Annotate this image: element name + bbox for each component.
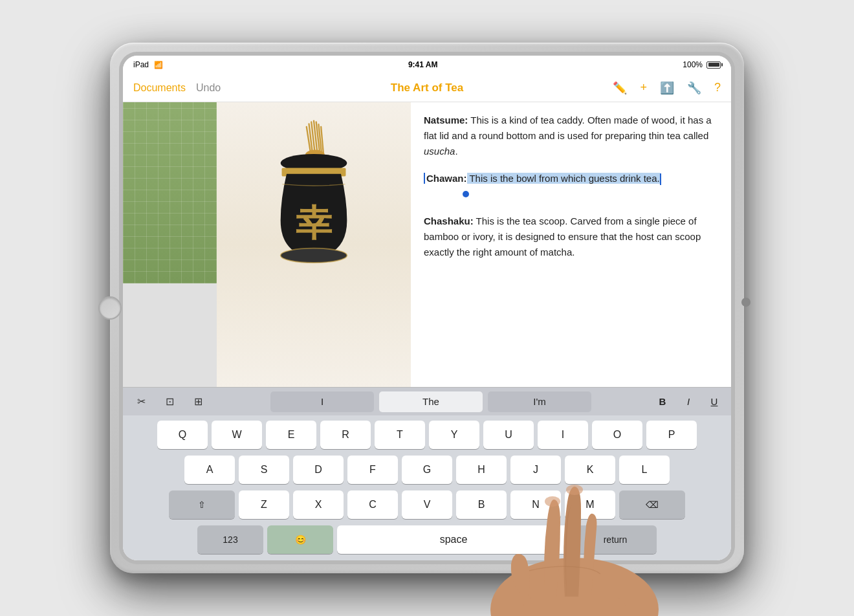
wifi-icon: 📶	[154, 61, 163, 69]
key-q[interactable]: Q	[157, 421, 208, 449]
scissors-icon[interactable]: ✂	[129, 391, 153, 412]
status-bar: iPad 📶 9:41 AM 100%	[123, 56, 731, 74]
wrench-icon[interactable]: 🔧	[687, 81, 701, 95]
status-right: 100%	[683, 60, 721, 69]
content-area: 幸 Natsume: This is a ki	[123, 102, 731, 387]
key-d[interactable]: D	[293, 456, 344, 484]
key-c[interactable]: C	[347, 490, 398, 519]
sidebar-thumbnail[interactable]	[123, 102, 217, 283]
main-document: 幸 Natsume: This is a ki	[217, 102, 731, 387]
nav-left: Documents Undo	[133, 82, 329, 94]
undo-button[interactable]: Undo	[196, 82, 221, 94]
keyboard-rows: Q W E R T Y U I O P A S	[123, 415, 731, 560]
key-shift[interactable]: ⇧	[169, 490, 235, 519]
key-s[interactable]: S	[239, 456, 289, 484]
tea-caddy-image: 幸	[236, 109, 391, 290]
key-h[interactable]: H	[456, 456, 507, 484]
bold-button[interactable]: B	[652, 391, 673, 412]
selection-end-cursor	[660, 173, 661, 185]
key-z[interactable]: Z	[239, 490, 289, 519]
add-icon[interactable]: +	[640, 81, 647, 94]
draw-icon[interactable]: ✏️	[613, 81, 627, 95]
key-space[interactable]: space	[337, 525, 570, 554]
toolbar-right: B I U	[652, 391, 725, 412]
device-label: iPad	[133, 60, 149, 69]
svg-text:幸: 幸	[296, 203, 333, 243]
nav-right: ✏️ + ⬆️ 🔧 ?	[525, 81, 721, 95]
key-m[interactable]: M	[565, 490, 615, 519]
nav-center: The Art of Tea	[329, 82, 525, 94]
chawan-selected: This is the bowl from which guests drink…	[467, 173, 660, 184]
toolbar-left: ✂ ⊡ ⊞	[129, 391, 210, 412]
chawan-term: Chawan:	[426, 173, 467, 184]
key-row-2: A S D F G H J K L	[126, 456, 728, 484]
chashaku-section: Chashaku: This is the tea scoop. Carved …	[424, 214, 718, 260]
key-row-4: 123 😊 space return	[126, 525, 728, 554]
status-left: iPad 📶	[133, 60, 163, 69]
key-g[interactable]: G	[402, 456, 452, 484]
key-i[interactable]: I	[538, 421, 588, 449]
suggestions-row: I The I'm	[210, 391, 652, 412]
key-w[interactable]: W	[212, 421, 262, 449]
natsume-section: Natsume: This is a kind of tea caddy. Of…	[424, 113, 718, 159]
key-row-3: ⇧ Z X C V B N M ⌫	[126, 490, 728, 519]
key-b[interactable]: B	[456, 490, 507, 519]
home-button[interactable]	[98, 296, 122, 320]
help-icon[interactable]: ?	[714, 81, 721, 94]
side-dot	[741, 298, 750, 307]
paste-icon[interactable]: ⊞	[186, 391, 210, 412]
key-x[interactable]: X	[293, 490, 344, 519]
key-r[interactable]: R	[320, 421, 371, 449]
thumbnail-grid	[123, 102, 217, 283]
suggestion-i[interactable]: I	[270, 391, 374, 412]
share-icon[interactable]: ⬆️	[660, 81, 674, 95]
key-u[interactable]: U	[483, 421, 534, 449]
sidebar-rest	[123, 283, 217, 387]
keyboard-area: ✂ ⊡ ⊞ I The I'm B I U	[123, 387, 731, 560]
status-time: 9:41 AM	[408, 60, 438, 69]
italic-button[interactable]: I	[678, 391, 699, 412]
selection-start-cursor	[424, 173, 425, 184]
natsume-italic: usucha	[424, 146, 455, 157]
ipad-device: iPad 📶 9:41 AM 100% Documents Undo	[110, 43, 744, 573]
natsume-period: .	[455, 146, 457, 157]
key-a[interactable]: A	[184, 456, 235, 484]
key-o[interactable]: O	[592, 421, 642, 449]
suggestion-im[interactable]: I'm	[488, 391, 591, 412]
key-row-1: Q W E R T Y U I O P	[126, 421, 728, 449]
selection-handle[interactable]	[463, 191, 469, 197]
key-numbers[interactable]: 123	[197, 525, 263, 554]
key-p[interactable]: P	[646, 421, 697, 449]
key-v[interactable]: V	[402, 490, 452, 519]
key-emoji[interactable]: 😊	[267, 525, 333, 554]
chashaku-term: Chashaku:	[424, 215, 474, 226]
key-f[interactable]: F	[347, 456, 398, 484]
natsume-term: Natsume:	[424, 115, 468, 126]
nav-bar: Documents Undo The Art of Tea ✏️ + ⬆️ 🔧 …	[123, 74, 731, 102]
chawan-section: Chawan: This is the bowl from which gues…	[424, 171, 718, 202]
documents-button[interactable]: Documents	[133, 82, 186, 94]
copy-icon[interactable]: ⊡	[158, 391, 181, 412]
key-return[interactable]: return	[574, 525, 657, 554]
battery-icon	[706, 61, 721, 69]
key-k[interactable]: K	[565, 456, 615, 484]
key-e[interactable]: E	[266, 421, 316, 449]
key-y[interactable]: Y	[429, 421, 479, 449]
underline-button[interactable]: U	[704, 391, 725, 412]
document-title: The Art of Tea	[391, 82, 463, 94]
ipad-screen: iPad 📶 9:41 AM 100% Documents Undo	[123, 56, 731, 560]
text-content[interactable]: Natsume: This is a kind of tea caddy. Of…	[411, 102, 731, 387]
key-t[interactable]: T	[375, 421, 425, 449]
image-area: 幸	[217, 102, 411, 387]
key-delete[interactable]: ⌫	[619, 490, 685, 519]
key-n[interactable]: N	[510, 490, 561, 519]
battery-label: 100%	[683, 60, 703, 69]
sidebar	[123, 102, 217, 387]
key-j[interactable]: J	[510, 456, 561, 484]
keyboard-toolbar: ✂ ⊡ ⊞ I The I'm B I U	[123, 387, 731, 415]
suggestion-the[interactable]: The	[379, 391, 483, 412]
key-l[interactable]: L	[619, 456, 670, 484]
svg-rect-20	[523, 597, 626, 616]
